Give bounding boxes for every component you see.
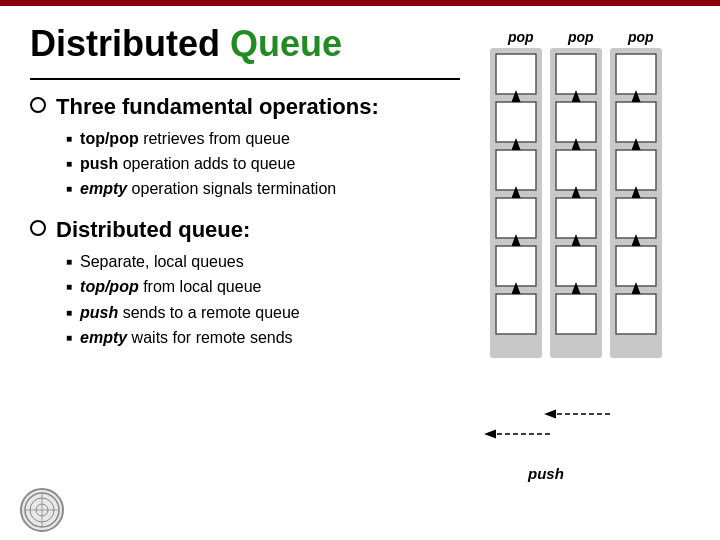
sub-bullet-icon: ■ [66, 306, 72, 320]
section2: Distributed queue: ■ Separate, local que… [30, 217, 460, 350]
title-part1: Distributed [30, 23, 230, 64]
svg-rect-12 [496, 198, 536, 238]
list-item: ■ Separate, local queues [66, 251, 460, 273]
list-item: ■ push operation adds to queue [66, 153, 460, 175]
list-item: ■ push sends to a remote queue [66, 302, 460, 324]
item-text: push sends to a remote queue [80, 302, 300, 324]
sub-bullet-icon: ■ [66, 132, 72, 146]
svg-rect-25 [556, 246, 596, 286]
svg-rect-37 [616, 246, 656, 286]
sub-bullet-icon: ■ [66, 280, 72, 294]
right-diagram: pop pop pop [470, 24, 700, 530]
section1-title: Three fundamental operations: [56, 94, 379, 120]
svg-rect-36 [616, 198, 656, 238]
section1-header-row: Three fundamental operations: [30, 94, 460, 120]
svg-rect-21 [556, 54, 596, 94]
section1: Three fundamental operations: ■ top/pop … [30, 94, 460, 201]
section1-bullet [30, 97, 46, 113]
svg-rect-9 [496, 54, 536, 94]
main-container: Distributed Queue Three fundamental oper… [0, 6, 720, 540]
svg-text:push: push [527, 465, 564, 482]
item-text: Separate, local queues [80, 251, 244, 273]
svg-rect-24 [556, 198, 596, 238]
svg-rect-23 [556, 150, 596, 190]
bottom-logos [20, 488, 64, 532]
sub-bullet-icon: ■ [66, 331, 72, 345]
svg-rect-35 [616, 150, 656, 190]
list-item: ■ empty waits for remote sends [66, 327, 460, 349]
sub-bullet-icon: ■ [66, 255, 72, 269]
svg-rect-13 [496, 246, 536, 286]
item-text: top/pop from local queue [80, 276, 261, 298]
page-title: Distributed Queue [30, 24, 460, 64]
list-item: ■ top/pop retrieves from queue [66, 128, 460, 150]
diagram-container: pop pop pop [470, 24, 700, 530]
section2-items: ■ Separate, local queues ■ top/pop from … [66, 251, 460, 350]
svg-rect-22 [556, 102, 596, 142]
title-part2: Queue [230, 23, 342, 64]
svg-text:pop: pop [567, 29, 594, 45]
svg-rect-33 [616, 54, 656, 94]
item-text: empty waits for remote sends [80, 327, 293, 349]
svg-text:pop: pop [627, 29, 654, 45]
list-item: ■ empty operation signals termination [66, 178, 460, 200]
svg-rect-34 [616, 102, 656, 142]
section1-items: ■ top/pop retrieves from queue ■ push op… [66, 128, 460, 201]
svg-text:pop: pop [507, 29, 534, 45]
university-logo [20, 488, 64, 532]
sub-bullet-icon: ■ [66, 157, 72, 171]
left-content: Distributed Queue Three fundamental oper… [30, 24, 470, 530]
section2-bullet [30, 220, 46, 236]
svg-rect-14 [496, 294, 536, 334]
svg-rect-11 [496, 150, 536, 190]
svg-rect-10 [496, 102, 536, 142]
title-divider [30, 78, 460, 80]
item-text: empty operation signals termination [80, 178, 336, 200]
svg-rect-26 [556, 294, 596, 334]
item-text: top/pop retrieves from queue [80, 128, 290, 150]
sub-bullet-icon: ■ [66, 182, 72, 196]
item-text: push operation adds to queue [80, 153, 295, 175]
section2-header-row: Distributed queue: [30, 217, 460, 243]
queue-diagram: pop pop pop [480, 24, 700, 504]
svg-rect-38 [616, 294, 656, 334]
section2-title: Distributed queue: [56, 217, 250, 243]
list-item: ■ top/pop from local queue [66, 276, 460, 298]
